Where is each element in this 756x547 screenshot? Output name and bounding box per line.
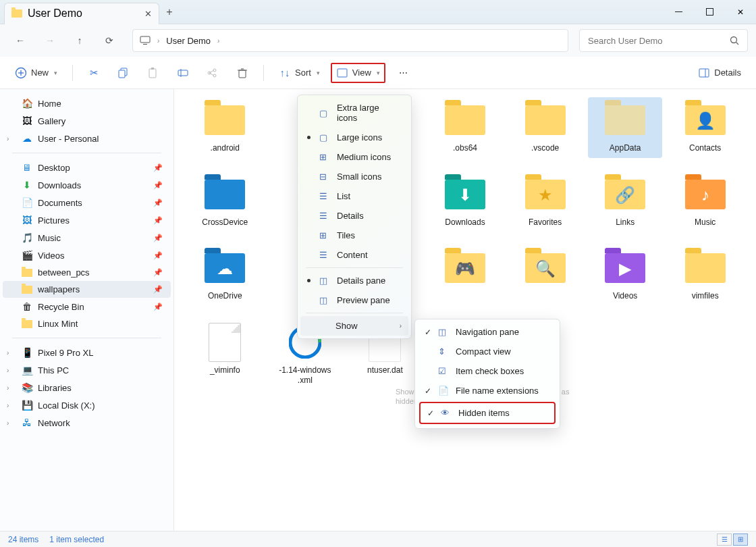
up-button[interactable]: ↑ — [68, 28, 92, 53]
chevron-right-icon[interactable]: › — [7, 367, 9, 374]
desktop-icon: 🖥 — [22, 162, 32, 173]
icon: ◫ — [319, 276, 330, 286]
sidebar-music[interactable]: 🎵Music📌 — [3, 229, 171, 246]
folder-saved-games[interactable]: 🎮 — [428, 245, 503, 306]
submenu-nav-pane[interactable]: ✓◫Navigation pane — [418, 322, 557, 342]
submenu-file-ext[interactable]: ✓📄File name extensions — [418, 381, 557, 400]
breadcrumb-segment[interactable]: User Demo — [166, 36, 211, 46]
view-button[interactable]: View ▾ — [331, 63, 385, 83]
pin-icon: 📌 — [153, 251, 163, 260]
refresh-button[interactable]: ⟳ — [97, 28, 122, 53]
folder-icon — [22, 269, 32, 277]
icons-view-button[interactable]: ⊞ — [733, 533, 748, 546]
folder-searches[interactable]: 🔍 — [508, 245, 583, 306]
folder-crossdevice[interactable]: CrossDevice — [188, 172, 263, 232]
folder-contacts[interactable]: 👤Contacts — [668, 97, 742, 158]
menu-large-icons[interactable]: ▢Large icons — [300, 128, 408, 147]
separator — [306, 267, 403, 268]
search-input[interactable] — [588, 36, 730, 46]
chevron-right-icon[interactable]: › — [7, 402, 9, 409]
details-view-button[interactable]: ☰ — [717, 533, 732, 546]
menu-medium-icons[interactable]: ⊞Medium icons — [300, 147, 408, 167]
sidebar-gallery[interactable]: 🖼Gallery — [3, 112, 171, 130]
sidebar-this-pc[interactable]: ›💻This PC — [3, 361, 171, 379]
submenu-compact-view[interactable]: ⇕Compact view — [418, 342, 557, 361]
search-icon[interactable] — [730, 36, 739, 45]
folder-videos[interactable]: ▶Videos — [588, 245, 663, 306]
icon: ☰ — [319, 250, 330, 260]
paste-button[interactable] — [140, 63, 166, 83]
folder-favorites[interactable]: ★Favorites — [508, 172, 583, 232]
svg-rect-13 — [178, 70, 188, 76]
chevron-right-icon[interactable]: › — [7, 135, 9, 142]
forward-button[interactable]: → — [38, 28, 62, 53]
folder-vimfiles[interactable]: vimfiles — [668, 245, 742, 306]
submenu-hidden-items[interactable]: ✓👁Hidden items — [419, 402, 556, 424]
sidebar-network[interactable]: ›🖧Network — [3, 414, 171, 432]
sort-button[interactable]: ↑↓ Sort ▾ — [272, 63, 327, 83]
folder-android[interactable]: .android — [188, 97, 263, 158]
cut-icon: ✂ — [88, 67, 100, 79]
details-pane-button[interactable]: Details — [691, 63, 748, 83]
pin-icon: 📌 — [153, 303, 163, 311]
menu-preview-pane[interactable]: ◫Preview pane — [300, 290, 408, 310]
folder-links[interactable]: 🔗Links — [588, 172, 663, 232]
menu-details-pane[interactable]: ◫Details pane — [300, 271, 408, 290]
menu-content[interactable]: ☰Content — [300, 245, 408, 265]
sidebar-documents[interactable]: 📄Documents📌 — [3, 194, 171, 211]
folder-vscode[interactable]: .vscode — [508, 97, 583, 158]
folder-appdata[interactable]: AppData — [588, 97, 663, 158]
minimize-button[interactable] — [663, 0, 694, 24]
submenu-item-checkboxes[interactable]: ☑Item check boxes — [418, 361, 557, 381]
share-button[interactable] — [200, 63, 225, 83]
menu-show[interactable]: Show› — [300, 316, 408, 336]
sidebar-between-pcs[interactable]: between_pcs📌 — [3, 264, 171, 281]
rename-button[interactable] — [170, 63, 196, 83]
sidebar-wallpapers[interactable]: wallpapers📌 — [3, 281, 171, 298]
file-viminfo[interactable]: _viminfo — [188, 319, 263, 390]
sidebar-libraries[interactable]: ›📚Libraries — [3, 379, 171, 396]
chevron-right-icon[interactable]: › — [7, 384, 9, 392]
sidebar-desktop[interactable]: 🖥Desktop📌 — [3, 159, 171, 176]
tab[interactable]: User Demo ✕ — [4, 3, 159, 24]
more-button[interactable]: ⋯ — [392, 63, 414, 82]
cut-button[interactable]: ✂ — [81, 63, 107, 83]
menu-details[interactable]: ☰Details — [300, 206, 408, 226]
sidebar-local-disk[interactable]: ›💾Local Disk (X:) — [3, 396, 171, 414]
chevron-right-icon: › — [400, 322, 402, 330]
icon: ◫ — [438, 327, 449, 337]
sidebar-recycle-bin[interactable]: 🗑Recycle Bin📌 — [3, 298, 171, 315]
chevron-right-icon[interactable]: › — [7, 349, 9, 357]
chevron-right-icon[interactable]: › — [7, 419, 9, 427]
sidebar-videos[interactable]: 🎬Videos📌 — [3, 246, 171, 264]
recycle-icon: 🗑 — [22, 301, 32, 312]
menu-tiles[interactable]: ⊞Tiles — [300, 226, 408, 245]
folder-downloads[interactable]: ⬇Downloads — [428, 172, 503, 232]
folder-onedrive[interactable]: ☁OneDrive — [188, 245, 263, 306]
menu-list[interactable]: ☰List — [300, 186, 408, 206]
folder-obs64[interactable]: .obs64 — [428, 97, 503, 158]
svg-rect-1 — [706, 9, 713, 16]
new-button[interactable]: New ▾ — [8, 63, 64, 83]
close-button[interactable]: ✕ — [725, 0, 756, 24]
search-box[interactable] — [579, 29, 748, 52]
menu-xl-icons[interactable]: ▢Extra large icons — [300, 98, 408, 128]
icon: 📄 — [438, 386, 449, 396]
maximize-button[interactable] — [694, 0, 725, 24]
copy-button[interactable] — [111, 63, 136, 83]
address-bar[interactable]: › User Demo › — [132, 29, 568, 52]
sidebar-pictures[interactable]: 🖼Pictures📌 — [3, 211, 171, 229]
sidebar-home[interactable]: 🏠Home — [3, 95, 171, 112]
sidebar-user-personal[interactable]: ›☁User - Personal — [3, 130, 171, 147]
sidebar-downloads[interactable]: ⬇Downloads📌 — [3, 176, 171, 194]
menu-small-icons[interactable]: ⊟Small icons — [300, 167, 408, 186]
new-tab-button[interactable]: + — [159, 6, 180, 18]
separator — [12, 153, 161, 153]
sidebar-linux-mint[interactable]: Linux Mint — [3, 315, 171, 332]
monitor-icon — [140, 36, 151, 45]
delete-button[interactable] — [230, 63, 255, 83]
sidebar-pixel[interactable]: ›📱Pixel 9 Pro XL — [3, 344, 171, 361]
close-tab-icon[interactable]: ✕ — [144, 9, 152, 19]
folder-music[interactable]: ♪Music — [668, 172, 742, 232]
back-button[interactable]: ← — [8, 28, 32, 53]
